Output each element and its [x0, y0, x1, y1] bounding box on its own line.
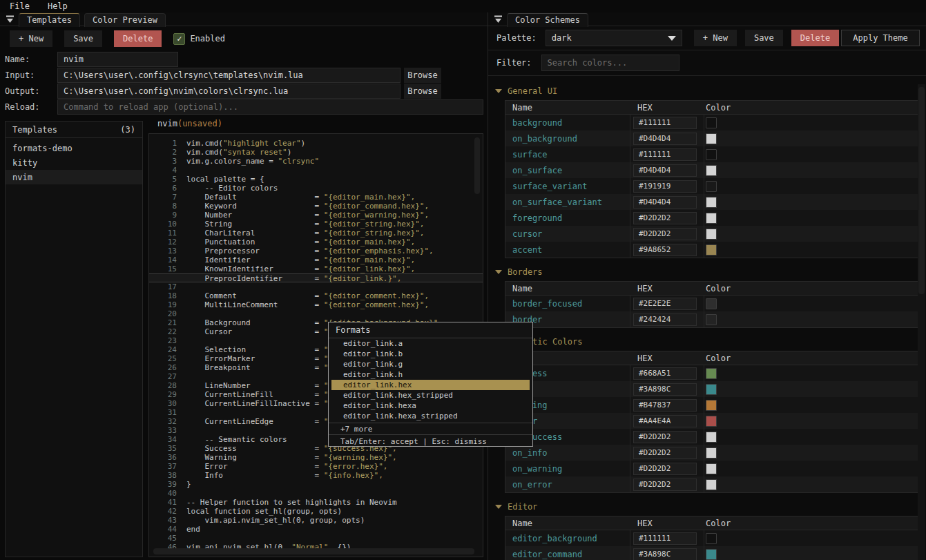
code-line[interactable]: 2vim.cmd("syntax reset"): [149, 148, 483, 157]
color-name[interactable]: on_surface: [505, 162, 630, 178]
color-hex-input[interactable]: #D2D2D2: [633, 479, 697, 491]
color-hex-input[interactable]: #D2D2D2: [633, 212, 697, 224]
color-swatch[interactable]: [706, 463, 717, 474]
code-line[interactable]: 5local palette = {: [149, 175, 483, 184]
color-swatch[interactable]: [706, 447, 717, 458]
popup-item[interactable]: editor_link.a: [331, 338, 530, 349]
popup-item[interactable]: editor_link.h: [331, 369, 530, 380]
menu-item-file[interactable]: File: [10, 1, 30, 11]
template-list-item[interactable]: nvim: [6, 170, 142, 184]
code-line[interactable]: 4: [149, 166, 483, 175]
palette-dropdown[interactable]: dark: [546, 30, 682, 46]
code-line[interactable]: 42local function set_hl(group, opts): [149, 507, 483, 516]
reload-command-field[interactable]: [57, 99, 483, 115]
code-line[interactable]: 17: [149, 282, 483, 291]
code-line[interactable]: 7 Default = "{editor_main.hex}",: [149, 193, 483, 202]
color-hex-input[interactable]: #668A51: [633, 367, 697, 380]
section-header[interactable]: Editor: [495, 500, 926, 514]
popup-item[interactable]: editor_link.g: [331, 359, 530, 369]
code-line[interactable]: 1vim.cmd("highlight clear"): [149, 139, 483, 148]
color-name[interactable]: on_warning: [505, 461, 630, 476]
color-hex-input[interactable]: #D2D2D2: [633, 447, 697, 459]
color-hex-input[interactable]: #111111: [633, 148, 697, 161]
color-swatch[interactable]: [706, 479, 717, 490]
color-row[interactable]: foreground#D2D2D2: [505, 210, 918, 226]
color-row[interactable]: on_info#D2D2D2: [505, 445, 918, 461]
color-row[interactable]: surface#111111: [505, 146, 918, 162]
color-row[interactable]: on_warning#D2D2D2: [505, 461, 918, 476]
code-line[interactable]: 13 Preprocessor = "{editor_emphasis.hex}…: [149, 247, 483, 255]
code-line[interactable]: 38 Info = "{info.hex}",: [149, 471, 483, 480]
code-line[interactable]: 14 Identifier = "{editor_main.hex}",: [149, 255, 483, 264]
color-swatch[interactable]: [706, 133, 717, 144]
color-row[interactable]: on_surface_variant#D4D4D4: [505, 194, 918, 210]
code-line[interactable]: 40: [149, 489, 483, 498]
color-hex-input[interactable]: #242424: [633, 313, 697, 326]
color-hex-input[interactable]: #D2D2D2: [633, 228, 697, 240]
filter-input[interactable]: [541, 55, 679, 71]
color-hex-input[interactable]: #111111: [633, 117, 697, 129]
code-line[interactable]: 39}: [149, 480, 483, 489]
color-swatch[interactable]: [706, 384, 717, 395]
color-swatch[interactable]: [706, 549, 717, 560]
color-hex-input[interactable]: #191919: [633, 180, 697, 193]
color-swatch[interactable]: [706, 432, 717, 443]
color-hex-input[interactable]: #B47837: [633, 399, 697, 412]
color-name[interactable]: editor_background: [505, 530, 630, 546]
color-row[interactable]: warning#B47837: [505, 397, 918, 413]
input-path-field[interactable]: [57, 68, 401, 83]
color-hex-input[interactable]: #9A8652: [633, 244, 697, 256]
color-hex-input[interactable]: #D4D4D4: [633, 196, 697, 209]
section-header[interactable]: Semantic Colors: [495, 335, 926, 349]
color-swatch[interactable]: [706, 229, 717, 240]
editor-horizontal-scrollbar[interactable]: [153, 548, 474, 554]
color-row[interactable]: background#111111: [505, 115, 918, 131]
color-swatch[interactable]: [706, 117, 717, 128]
color-name[interactable]: background: [505, 115, 630, 131]
code-line[interactable]: 3vim.g.colors_name = "clrsync": [149, 157, 483, 166]
code-line[interactable]: 9 Number = "{editor_warning.hex}",: [149, 211, 483, 220]
color-swatch[interactable]: [706, 213, 717, 224]
code-line[interactable]: 8 Keyword = "{editor_command.hex}",: [149, 202, 483, 211]
enabled-checkbox[interactable]: ✓: [173, 33, 185, 45]
panel-collapse-icon[interactable]: [494, 15, 503, 23]
color-row[interactable]: success#668A51: [505, 365, 918, 381]
browse-output-button[interactable]: Browse: [404, 84, 441, 99]
apply-theme-button[interactable]: Apply Theme: [841, 30, 920, 46]
color-row[interactable]: on_surface#D4D4D4: [505, 162, 918, 178]
output-path-field[interactable]: [57, 84, 401, 99]
code-line[interactable]: 45: [149, 534, 483, 543]
color-hex-input[interactable]: #D4D4D4: [633, 164, 697, 177]
color-swatch[interactable]: [706, 314, 717, 325]
color-swatch[interactable]: [706, 298, 717, 309]
color-name[interactable]: surface: [505, 146, 630, 162]
color-row[interactable]: accent#9A8652: [505, 242, 918, 258]
color-swatch[interactable]: [706, 416, 717, 427]
popup-more[interactable]: +7 more: [329, 423, 532, 434]
color-row[interactable]: on_error#D2D2D2: [505, 476, 918, 492]
color-swatch[interactable]: [706, 165, 717, 176]
color-swatch[interactable]: [706, 400, 717, 411]
tab-templates[interactable]: Templates: [19, 13, 80, 27]
code-line[interactable]: 6 -- Editor colors: [149, 184, 483, 193]
panel-collapse-icon[interactable]: [6, 15, 15, 23]
color-swatch[interactable]: [706, 368, 717, 379]
color-name[interactable]: cursor: [505, 226, 630, 242]
color-row[interactable]: on_success#D2D2D2: [505, 429, 918, 445]
browse-input-button[interactable]: Browse: [404, 68, 441, 83]
popup-item[interactable]: editor_link.hex: [331, 380, 530, 390]
color-swatch[interactable]: [706, 149, 717, 160]
delete-palette-button[interactable]: Delete: [791, 30, 839, 46]
tab-color-preview[interactable]: Color Preview: [84, 13, 166, 27]
color-name[interactable]: border_focused: [505, 296, 630, 311]
new-palette-button[interactable]: + New: [694, 30, 737, 46]
tab-color-schemes[interactable]: Color Schemes: [507, 13, 588, 27]
editor-vertical-scrollbar[interactable]: [474, 137, 480, 194]
color-row[interactable]: on_background#D4D4D4: [505, 131, 918, 146]
color-name[interactable]: foreground: [505, 210, 630, 226]
code-line[interactable]: 11 CharLiteral = "{editor_string.hex}",: [149, 229, 483, 238]
code-line[interactable]: 36 Warning = "{warning.hex}",: [149, 453, 483, 462]
color-hex-input[interactable]: #111111: [633, 532, 697, 545]
color-hex-input[interactable]: #AA4E4A: [633, 415, 697, 427]
popup-item[interactable]: editor_link.hexa: [331, 400, 530, 411]
